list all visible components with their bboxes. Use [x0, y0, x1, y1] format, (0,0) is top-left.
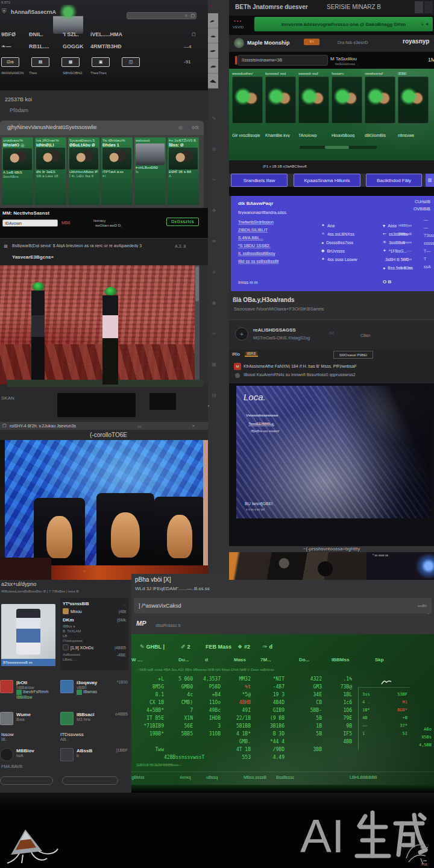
- filter-input[interactable]: [2, 219, 58, 227]
- header-thumb[interactable]: [415, 1, 423, 13]
- roster-row[interactable]: ● Bss.5ss.B3ss: [383, 263, 421, 272]
- inventory-item[interactable]: ITDssvwss AB..: [60, 732, 128, 741]
- footer-label[interactable]: uBssq: [206, 775, 218, 779]
- column-header[interactable]: d: [205, 657, 208, 662]
- footer-label[interactable]: 4xnxq: [180, 775, 191, 779]
- toolbar-ghost[interactable]: ➣: [192, 424, 195, 429]
- bird-icon[interactable]: [208, 74, 218, 89]
- text-input[interactable]: [62, 776, 118, 785]
- reply-button[interactable]: C8en: [360, 333, 371, 338]
- player-card[interactable]: wsbossd ÞvHLBuvĐ8Đ Īs: [134, 137, 166, 205]
- roster-link[interactable]: S.4fi/A.BBL...: [238, 236, 316, 244]
- mid-toolbar-text[interactable]: roiSHY-4 6t'2h. v.2Jukau Jsevrun3s: [10, 424, 118, 428]
- menu-item[interactable]: 3HĐ: [111, 43, 122, 49]
- menu-item[interactable]: iVEL....: [90, 31, 108, 37]
- roster-row[interactable]: ✳ 3ssBBss: [383, 238, 421, 247]
- menu-item[interactable]: 9BFØ: [1, 31, 29, 37]
- search-input[interactable]: ○ ▢: [127, 12, 197, 19]
- footer-label[interactable]: gBMss: [131, 775, 144, 779]
- tool-icon[interactable]: ◫: [122, 57, 140, 67]
- column-header[interactable]: IBBMss: [332, 657, 349, 662]
- banner-icons[interactable]: ≡ ✦: [421, 22, 429, 27]
- roster-link[interactable]: *S 1BDU 1SSB2.: [238, 244, 316, 251]
- ghost-icon[interactable]: ✉: [212, 239, 216, 244]
- green-table-row[interactable]: IT B5EX1NIHOB22/1B(9 BB5B79E: [131, 714, 358, 722]
- roster-link[interactable]: TrwfwnbSrdrlission: [238, 220, 316, 228]
- bird-icon[interactable]: [208, 43, 218, 58]
- tab-standings[interactable]: Srandkels Ifaw: [231, 174, 288, 187]
- sub-list-item[interactable]: B. TkXLAM: [63, 629, 126, 634]
- side-stat-row[interactable]: 4B +B: [362, 714, 407, 722]
- green-table-row[interactable]: 19BB*5BB531OB4 1B*B 3D5BIF5: [131, 730, 358, 738]
- green-table-row[interactable]: GMB.*44 44BB: [131, 738, 358, 746]
- post-line-1[interactable]: BsBywarB(Dgi sevut: $ AlgA briezieon as …: [12, 244, 170, 248]
- search-icon[interactable]: ○: [185, 13, 187, 17]
- tab-label[interactable]: gjhyŃinevVanusNedratüSyetssoswlie: [7, 124, 96, 130]
- sub-list-item[interactable]: I7vssupssss: [63, 638, 126, 643]
- ghost-icon[interactable]: ❖: [212, 208, 216, 213]
- menu-item[interactable]: 'I SZL.: [63, 31, 90, 37]
- footer-label[interactable]: BssBsssc: [276, 775, 294, 779]
- text-input[interactable]: [0, 776, 53, 785]
- column-header[interactable]: 7M...: [260, 657, 271, 662]
- green-table-row[interactable]: CX 1BCMB)11Oo4BHB4B4DCB1c6: [131, 699, 358, 706]
- tab-overflow-icon[interactable]: ▥: [426, 174, 434, 187]
- tab-icon-2[interactable]: 6Œ: [192, 125, 199, 130]
- side-stat-row[interactable]: 4 . M1: [362, 698, 407, 706]
- commenter-row[interactable]: + reALISHDSSAGSS MGTmOaiS-OKiS.XhdagS2ug…: [229, 319, 434, 350]
- column-header[interactable]: Du...: [178, 657, 189, 662]
- commenter-name[interactable]: reALISHDSSAGSS: [253, 327, 296, 333]
- news-post[interactable]: M KfrAssismeAfhe FaNXN) 184 /f H. bas B'…: [229, 360, 434, 383]
- player-card[interactable]: unàdbass/% BhsiøtO ◎ A 1wB 6BtS SwvABns: [2, 137, 33, 205]
- inventory-item[interactable]: MBBiov IwA: [0, 748, 57, 761]
- dark-button[interactable]: ßsssstsixdnawnw=3B: [237, 55, 328, 66]
- list-item[interactable]: AsBssssss -4BE: [63, 652, 126, 658]
- column-header[interactable]: Do...: [299, 657, 309, 662]
- roster-row[interactable]: 3sBH B 5BC: [383, 255, 421, 263]
- ghost-icon[interactable]: ▤: [212, 392, 216, 398]
- roster-row[interactable]: ➸ ss3sBMss: [383, 230, 421, 238]
- player-card[interactable]: SyvavàĐascn.S ØBuLtAbu Ø LWvhIvnABdss IP…: [68, 137, 99, 205]
- pagination-thumb[interactable]: [325, 146, 349, 149]
- ghost-icon[interactable]: ⊞: [212, 146, 216, 152]
- sub-list-item[interactable]: LB: [63, 634, 126, 638]
- stats-search-bar[interactable]: ] /^aswaVixCaksd smBh: [134, 598, 432, 614]
- column-header[interactable]: W ....: [131, 657, 143, 662]
- more-icon[interactable]: ..: [124, 602, 126, 606]
- meta-badge[interactable]: IBRE: [245, 351, 258, 357]
- menu-item[interactable]: ĐNIL.: [29, 31, 63, 37]
- green-table-row[interactable]: *71BIB956E35B1BB3B1B61B9B: [131, 722, 358, 730]
- announcement-banner[interactable]: Innversia ädssevogralhvssso ona @ DakoBn…: [254, 17, 433, 31]
- player-card[interactable]: Þu 1sÆTŽnV5 B ĪBss: Ø ĐØ8Ĩ 3B à B8 A: [168, 137, 199, 205]
- sub-list-item[interactable]: IBBcs a: [63, 624, 126, 629]
- inventory-item[interactable]: Wume Bwa: [0, 712, 57, 725]
- ghost-icon[interactable]: ✏: [212, 331, 216, 336]
- roster-link[interactable]: IBd ss ss ssBssBssBt: [238, 259, 316, 267]
- green-table-row[interactable]: Tww4T 1B/9BD3BB: [131, 746, 358, 753]
- side-stat-row[interactable]: —— 37*: [362, 722, 407, 729]
- header-thumb[interactable]: [424, 1, 433, 13]
- green-table-row[interactable]: 8M5GGMB0P58D%t-4B7GM373B@: [131, 683, 358, 691]
- list-item[interactable]: [1,9] XOnDc |4BB5: [63, 643, 126, 652]
- tab-teams[interactable]: KpaasSnama Hillunls: [294, 174, 360, 187]
- bird-icon[interactable]: [208, 58, 218, 74]
- green-table-row[interactable]: 8.14c+B4*5@19 334E1BL: [131, 691, 358, 699]
- player-card[interactable]: Tw iØnIdøu/% Đhdøs 1 ITPTæA à:ss Þi: [101, 137, 133, 205]
- inventory-item[interactable]: |bOti hBBansw IbevtrFsRmrh IBBIBsw: [0, 680, 57, 699]
- roster-link[interactable]: IL.ssBsssBssBBssy: [238, 251, 316, 259]
- side-stat-row[interactable]: 3ss 53BF: [362, 690, 407, 698]
- file-icon[interactable]: ▢: [2, 423, 7, 428]
- green-table-row[interactable]: 42BBssnssvwssT5534.49: [131, 753, 358, 761]
- menu-item[interactable]: ❧—: [1, 43, 29, 49]
- roster-link[interactable]: ZIBDILSILIBLIT: [238, 228, 316, 236]
- window-icon[interactable]: ▢: [192, 32, 196, 37]
- avatar[interactable]: [234, 38, 244, 48]
- tool-icon[interactable]: ⊡ıs: [1, 57, 19, 67]
- side-stat-row[interactable]: 1B* BGB*: [362, 706, 407, 714]
- roster-row[interactable]: ♥ Asss: [383, 221, 421, 230]
- ghost-icon[interactable]: ✎: [212, 116, 216, 121]
- green-table-row[interactable]: 4+5BB*749Bc49IGIB95BB-1O6: [131, 706, 358, 714]
- list-item[interactable]: DKm |5Mk: [63, 615, 126, 624]
- ghost-icon[interactable]: ▦: [212, 362, 216, 367]
- roster-row[interactable]: ✦ *1FBsG...: [383, 247, 421, 255]
